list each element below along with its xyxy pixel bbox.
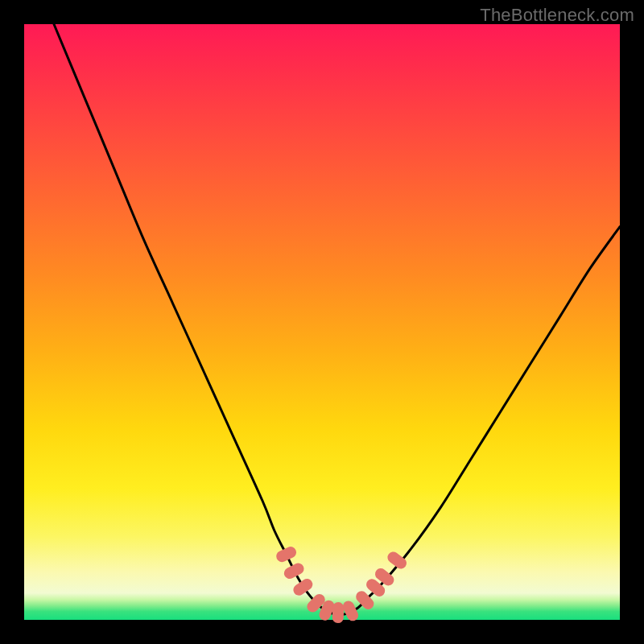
chart-frame: TheBottleneck.com — [0, 0, 644, 644]
curve-marker — [291, 576, 315, 597]
curve-path — [54, 24, 620, 614]
watermark-text: TheBottleneck.com — [480, 5, 634, 26]
curve-marker — [341, 599, 361, 622]
curve-marker — [282, 561, 306, 580]
curve-line — [54, 24, 620, 614]
curve-marker — [332, 602, 345, 623]
chart-svg — [24, 24, 620, 620]
plot-area — [24, 24, 620, 620]
curve-markers — [275, 545, 409, 624]
curve-marker — [275, 545, 298, 564]
